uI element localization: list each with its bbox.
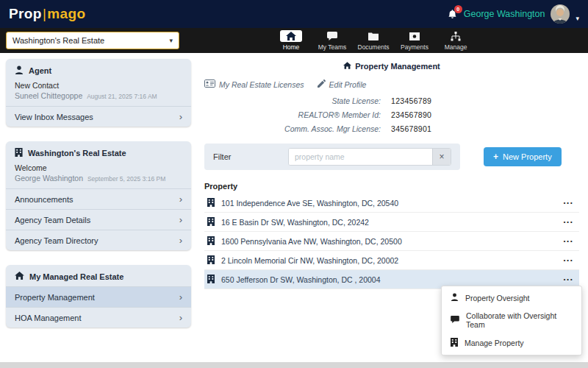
welcome-info: George Washington September 5, 2025 3:16… xyxy=(6,174,191,188)
main-panel: Property Management My Real Estate Licen… xyxy=(204,59,582,362)
row-more-options-button[interactable]: ... xyxy=(560,272,576,287)
property-row[interactable]: 1600 Pennsylvania Ave NW, Washington, DC… xyxy=(204,232,579,251)
org-chart-icon xyxy=(451,30,461,42)
agency-team-directory-label: Agency Team Directory xyxy=(15,236,98,245)
notification-bell-icon[interactable]: 0 xyxy=(447,9,458,20)
payment-icon xyxy=(409,30,420,42)
nav-manage-label: Manage xyxy=(445,43,467,51)
main-navbar: Washington's Real Estate ▾ Home My Teams… xyxy=(0,28,588,53)
property-address: 16 E Basin Dr SW, Washington, DC, 20242 xyxy=(221,218,369,227)
user-menu-caret-icon[interactable]: ▾ xyxy=(576,15,579,22)
property-address: 1600 Pennsylvania Ave NW, Washington, DC… xyxy=(221,237,402,246)
license-row: State License: 123456789 xyxy=(204,96,579,105)
welcome-user-name: George Washington xyxy=(15,174,83,183)
property-context-menu: Property Oversight Collaborate with Over… xyxy=(441,286,582,355)
nav-documents[interactable]: Documents xyxy=(356,30,391,51)
avatar[interactable] xyxy=(551,4,570,24)
row-more-options-button[interactable]: ... xyxy=(560,195,576,210)
comm-assoc-mgr-license-label: Comm. Assoc. Mgr License: xyxy=(204,124,381,133)
collaborate-label: Collaborate with Oversight Team xyxy=(466,311,573,329)
nav-documents-label: Documents xyxy=(358,43,390,51)
user-area: 0 George Washington ▾ xyxy=(447,4,579,24)
sidebar: Agent New Contact Suneel Chittegoppe Aug… xyxy=(6,59,191,362)
property-address: 101 Independence Ave SE, Washington, DC,… xyxy=(221,199,398,208)
view-inbox-messages-link[interactable]: View Inbox Messages › xyxy=(6,106,191,127)
chevron-right-icon: › xyxy=(179,194,182,204)
nav-payments[interactable]: Payments xyxy=(397,30,432,51)
nav-manage[interactable]: Manage xyxy=(438,30,473,51)
select-caret-icon: ▾ xyxy=(169,37,173,44)
context-menu-item-manage-property[interactable]: Manage Property xyxy=(442,333,581,353)
property-oversight-label: Property Oversight xyxy=(465,294,530,302)
sidebar-item-agency-team-details[interactable]: Agency Team Details › xyxy=(6,209,191,230)
announcements-label: Announcements xyxy=(15,195,74,204)
property-name-filter-input[interactable] xyxy=(289,149,432,165)
agent-card: Agent New Contact Suneel Chittegoppe Aug… xyxy=(6,59,191,127)
building-icon xyxy=(207,198,215,208)
sidebar-item-property-management[interactable]: Property Management › xyxy=(6,286,191,307)
sidebar-item-hoa-management[interactable]: HOA Management › xyxy=(6,307,191,328)
comm-assoc-mgr-license-value: 345678901 xyxy=(391,124,431,133)
property-list-header: Property xyxy=(204,182,579,191)
row-more-options-button[interactable]: ... xyxy=(560,252,576,268)
property-row[interactable]: 2 Lincoln Memorial Cir NW, Washington, D… xyxy=(204,251,579,270)
license-links-row: My Real Estate Licenses Edit Profile xyxy=(204,79,579,89)
context-menu-item-property-oversight[interactable]: Property Oversight xyxy=(442,289,581,307)
license-table: State License: 123456789 REALTOR® Member… xyxy=(204,96,579,133)
sidebar-item-announcements[interactable]: Announcements › xyxy=(6,188,191,209)
agency-selector-value: Washington's Real Estate xyxy=(12,36,104,45)
edit-profile-link[interactable]: Edit Profile xyxy=(318,79,367,89)
pencil-icon xyxy=(318,79,326,89)
chevron-right-icon: › xyxy=(179,292,182,302)
new-property-button-label: New Property xyxy=(503,152,552,161)
row-more-options-button[interactable]: ... xyxy=(560,233,576,249)
clear-filter-button[interactable]: × xyxy=(432,149,451,165)
logo-pipe: | xyxy=(43,6,46,21)
my-real-estate-licenses-label: My Real Estate Licenses xyxy=(219,80,304,89)
chat-bubble-icon xyxy=(451,316,459,325)
state-license-label: State License: xyxy=(204,96,381,105)
context-menu-item-collaborate[interactable]: Collaborate with Oversight Team xyxy=(442,307,581,333)
nav-my-teams[interactable]: My Teams xyxy=(315,30,350,51)
license-row: Comm. Assoc. Mgr License: 345678901 xyxy=(204,124,579,133)
chevron-right-icon: › xyxy=(179,215,182,224)
chat-bubble-icon xyxy=(327,30,337,42)
managed-card-title-label: My Managed Real Estate xyxy=(29,272,123,281)
edit-profile-label: Edit Profile xyxy=(329,80,367,89)
nav-home[interactable]: Home xyxy=(273,30,309,51)
chevron-right-icon: › xyxy=(179,112,182,121)
page-title-label: Property Management xyxy=(355,62,440,71)
filter-row: Filter × + New Property xyxy=(204,144,579,170)
user-name[interactable]: George Washington xyxy=(464,9,545,19)
page: Prop|mago 0 George Washington ▾ Washingt… xyxy=(0,0,588,362)
plus-icon: + xyxy=(493,152,498,161)
chevron-right-icon: › xyxy=(179,313,182,322)
new-property-button[interactable]: + New Property xyxy=(484,147,562,166)
home-icon xyxy=(280,30,302,42)
my-real-estate-licenses-link[interactable]: My Real Estate Licenses xyxy=(204,79,304,89)
managed-card-title: My Managed Real Estate xyxy=(6,272,191,286)
person-icon xyxy=(15,66,24,76)
property-row[interactable]: 101 Independence Ave SE, Washington, DC,… xyxy=(204,194,579,213)
property-address: 2 Lincoln Memorial Cir NW, Washington, D… xyxy=(221,256,398,265)
property-management-label: Property Management xyxy=(15,293,95,302)
property-list: 101 Independence Ave SE, Washington, DC,… xyxy=(204,194,579,289)
property-address: 650 Jefferson Dr SW, Washington, DC , 20… xyxy=(221,275,381,284)
property-row[interactable]: 16 E Basin Dr SW, Washington, DC, 20242 … xyxy=(204,213,579,232)
app-logo: Prop|mago xyxy=(9,6,86,22)
logo-prop: Prop xyxy=(9,6,42,21)
page-title: Property Management xyxy=(204,62,579,71)
license-row: REALTOR® Member Id: 234567890 xyxy=(204,110,579,119)
nav-home-label: Home xyxy=(283,43,300,51)
content: Agent New Contact Suneel Chittegoppe Aug… xyxy=(0,53,588,362)
manage-property-label: Manage Property xyxy=(465,339,524,347)
sidebar-item-agency-team-directory[interactable]: Agency Team Directory › xyxy=(6,230,191,250)
building-icon xyxy=(207,236,215,247)
contact-timestamp: August 21, 2025 7:16 AM xyxy=(87,93,157,100)
agency-selector[interactable]: Washington's Real Estate ▾ xyxy=(6,32,179,49)
building-icon xyxy=(207,275,215,285)
row-more-options-button[interactable]: ... xyxy=(560,214,576,230)
id-card-icon xyxy=(204,79,215,89)
filter-box: Filter × xyxy=(204,144,460,170)
folder-icon xyxy=(368,30,379,42)
